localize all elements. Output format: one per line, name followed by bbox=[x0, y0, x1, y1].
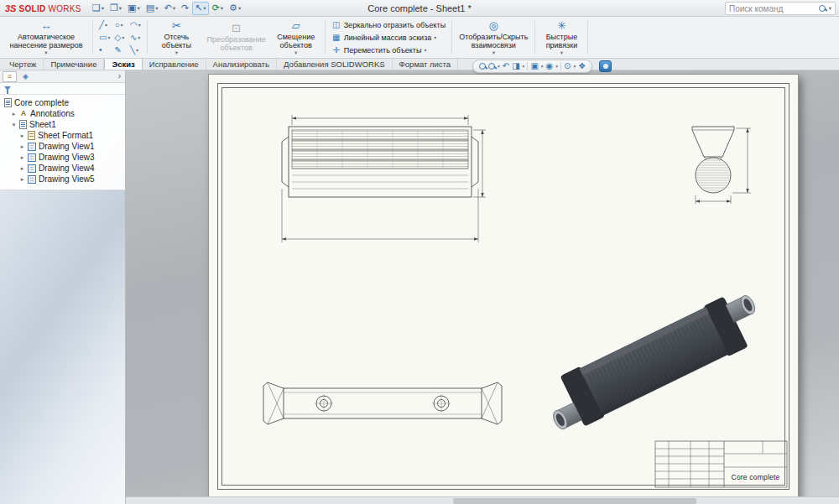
edit-appearance-icon[interactable]: ❖ bbox=[578, 62, 586, 70]
circle-tool[interactable]: ○▾ bbox=[112, 18, 127, 31]
tab-markup[interactable]: Исправление bbox=[143, 59, 206, 70]
mirror-entities-button[interactable]: ◫ Зеркально отразить объекты bbox=[331, 19, 446, 31]
dropdown-caret-icon[interactable]: ▾ bbox=[155, 5, 158, 12]
hide-show-items-icon[interactable]: ⊙ bbox=[564, 62, 571, 70]
save-button[interactable]: ▣▾ bbox=[125, 2, 143, 15]
spline-tool[interactable]: ∿▾ bbox=[128, 31, 143, 44]
tree-item-sheet-format1[interactable]: ▸ Sheet Format1 bbox=[0, 130, 125, 141]
dropdown-caret-icon[interactable]: ▾ bbox=[122, 34, 124, 40]
dropdown-caret-icon[interactable]: ▾ bbox=[105, 22, 107, 28]
graphics-area[interactable]: Core complete bbox=[126, 70, 839, 504]
iso-view[interactable] bbox=[538, 286, 769, 437]
new-document-button[interactable]: ❏▾ bbox=[90, 2, 107, 15]
tree-item-sheet1[interactable]: ▾ Sheet1 bbox=[0, 119, 125, 130]
dropdown-caret-icon[interactable]: ▾ bbox=[121, 22, 123, 28]
dropdown-caret-icon[interactable]: ▾ bbox=[523, 64, 525, 69]
rebuild-button[interactable]: ⟳▾ bbox=[210, 2, 226, 15]
dropdown-caret-icon[interactable]: ▾ bbox=[136, 47, 138, 53]
dropdown-caret-icon[interactable]: ▾ bbox=[138, 34, 140, 40]
tab-sheet-format[interactable]: Формат листа bbox=[393, 59, 459, 70]
scrollbar-thumb[interactable] bbox=[453, 498, 696, 504]
dropdown-caret-icon[interactable]: ▾ bbox=[138, 5, 140, 12]
expand-arrow-icon[interactable]: ▸ bbox=[19, 143, 25, 149]
tree-item-drawing-view1[interactable]: ▸ Drawing View1 bbox=[0, 141, 125, 152]
dropdown-caret-icon[interactable]: ▾ bbox=[175, 50, 178, 55]
tree-filter-row[interactable] bbox=[0, 83, 125, 95]
collapse-arrow-icon[interactable]: ▾ bbox=[11, 122, 17, 127]
chamfer-tool[interactable]: ╲▾ bbox=[128, 44, 143, 56]
front-view[interactable] bbox=[282, 115, 486, 242]
dropdown-caret-icon[interactable]: ▾ bbox=[173, 5, 175, 12]
view-settings-button[interactable] bbox=[599, 60, 612, 72]
tab-evaluate[interactable]: Анализировать bbox=[206, 59, 277, 70]
line-tool[interactable]: ╱▾ bbox=[97, 18, 112, 31]
quick-snaps-button[interactable]: ✳ Быстрые привязки ▾ bbox=[538, 18, 585, 57]
tree-item-core-complete[interactable]: Core complete bbox=[0, 97, 125, 108]
dropdown-caret-icon[interactable]: ▾ bbox=[555, 64, 558, 69]
dropdown-caret-icon[interactable]: ▾ bbox=[560, 50, 563, 55]
command-search[interactable]: Поиск команд ▾ bbox=[725, 2, 836, 15]
redo-button[interactable]: ↷ bbox=[179, 2, 191, 15]
offset-entities-button[interactable]: ▱ Смещение объектов ▾ bbox=[270, 18, 322, 57]
expand-arrow-icon[interactable]: ▸ bbox=[19, 176, 25, 182]
expand-arrow-icon[interactable]: ▸ bbox=[19, 154, 25, 160]
tab-addins[interactable]: Добавления SOLIDWORKS bbox=[277, 59, 393, 70]
tab-sketch[interactable]: Эскиз bbox=[104, 59, 142, 70]
zoom-area-icon[interactable] bbox=[488, 63, 495, 70]
dropdown-caret-icon[interactable]: ▾ bbox=[238, 5, 241, 12]
expand-arrow-icon[interactable]: ▸ bbox=[19, 165, 25, 171]
auto-dimension-button[interactable]: ↔ Автоматическое нанесение размеров ▾ bbox=[3, 18, 90, 57]
tree-item-drawing-view4[interactable]: ▸ Drawing View4 bbox=[0, 163, 125, 174]
convert-entities-button[interactable]: ⊡ Преобразование объектов bbox=[202, 18, 269, 57]
undo-button[interactable]: ↶▾ bbox=[161, 2, 177, 15]
move-entities-button[interactable]: ✛ Переместить объекты ▾ bbox=[331, 44, 446, 56]
open-button[interactable]: ❐▾ bbox=[107, 2, 124, 15]
expand-arrow-icon[interactable]: ▸ bbox=[11, 111, 17, 117]
tree-item-drawing-view3[interactable]: ▸ Drawing View3 bbox=[0, 152, 125, 163]
dropdown-caret-icon[interactable]: ▾ bbox=[44, 50, 47, 55]
select-tool-button[interactable]: ↖▾ bbox=[192, 2, 208, 15]
display-manager-tab[interactable]: ◈ bbox=[18, 71, 33, 82]
search-caret-icon[interactable]: ▾ bbox=[829, 5, 831, 12]
options-button[interactable]: ⚙▾ bbox=[227, 2, 243, 15]
top-view[interactable] bbox=[263, 382, 502, 424]
expand-arrow-icon[interactable]: ▸ bbox=[19, 132, 25, 138]
display-relations-button[interactable]: ◎ Отобразить/Скрыть взаимосвязи ▾ bbox=[455, 18, 532, 57]
dropdown-caret-icon[interactable]: ▾ bbox=[492, 50, 495, 55]
dropdown-caret-icon[interactable]: ▾ bbox=[102, 5, 104, 12]
feature-tree-tab[interactable]: ≡ bbox=[3, 71, 17, 82]
dropdown-caret-icon[interactable]: ▾ bbox=[138, 22, 141, 28]
tree-item-annotations[interactable]: ▸ A Annotations bbox=[0, 108, 125, 119]
dropdown-caret-icon[interactable]: ▾ bbox=[119, 5, 122, 12]
search-icon[interactable] bbox=[819, 5, 826, 12]
horizontal-scrollbar[interactable] bbox=[126, 496, 839, 504]
point-tool[interactable]: • bbox=[97, 44, 112, 56]
tab-annotation[interactable]: Примечание bbox=[44, 59, 104, 70]
display-style-icon[interactable]: ◉ bbox=[546, 62, 554, 70]
section-view-icon[interactable]: ◨ bbox=[512, 62, 519, 70]
previous-view-icon[interactable]: ↶ bbox=[503, 62, 509, 70]
panel-expand-chevron-icon[interactable]: › bbox=[118, 72, 122, 81]
dropdown-caret-icon[interactable]: ▾ bbox=[541, 64, 544, 69]
side-view[interactable] bbox=[692, 127, 751, 204]
print-button[interactable]: ▤▾ bbox=[143, 2, 161, 15]
zoom-fit-icon[interactable] bbox=[479, 63, 486, 70]
dropdown-caret-icon[interactable]: ▾ bbox=[294, 50, 297, 55]
drawing-sheet[interactable]: Core complete bbox=[208, 74, 799, 499]
filter-funnel-icon[interactable] bbox=[4, 86, 11, 91]
ellipse-tool[interactable]: ◇▾ bbox=[112, 31, 127, 44]
dropdown-caret-icon[interactable]: ▾ bbox=[434, 34, 436, 40]
linear-sketch-pattern-button[interactable]: ▦ Линейный массив эскиза ▾ bbox=[331, 32, 446, 44]
titleblock-part-name[interactable]: Core complete bbox=[726, 469, 785, 485]
dropdown-caret-icon[interactable]: ▾ bbox=[203, 5, 206, 12]
arc-tool[interactable]: ◠▾ bbox=[128, 18, 143, 31]
dropdown-caret-icon[interactable]: ▾ bbox=[573, 64, 576, 69]
rectangle-tool[interactable]: ▭▾ bbox=[97, 31, 112, 44]
text-tool[interactable]: ✎ bbox=[112, 44, 127, 56]
dropdown-caret-icon[interactable]: ▾ bbox=[498, 64, 500, 69]
dropdown-caret-icon[interactable]: ▾ bbox=[424, 47, 426, 53]
tab-view-layout[interactable]: Чертеж bbox=[3, 59, 44, 70]
view-orientation-icon[interactable]: ▣ bbox=[530, 62, 538, 70]
tree-item-drawing-view5[interactable]: ▸ Drawing View5 bbox=[0, 174, 125, 184]
dropdown-caret-icon[interactable]: ▾ bbox=[107, 34, 110, 40]
